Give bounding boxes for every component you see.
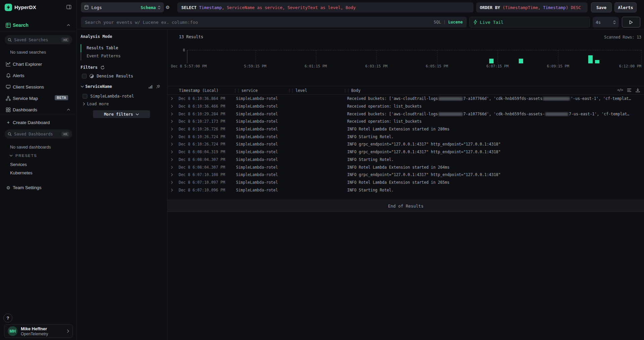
histogram-bar[interactable]	[489, 59, 494, 63]
live-tail-button[interactable]: Live Tail	[469, 17, 590, 27]
preset-item-services[interactable]: Services	[10, 162, 27, 167]
alerts-button[interactable]: Alerts	[614, 2, 637, 12]
row-expand-chevron-icon[interactable]	[171, 166, 173, 169]
select-chevrons-icon	[158, 6, 160, 9]
sidebar-item-client-sessions[interactable]: Client Sessions	[0, 82, 77, 91]
filter-group-servicename[interactable]: ServiceName	[81, 84, 112, 89]
nav-label: Dashboards	[13, 107, 37, 112]
table-row[interactable]: Dec 8 6:10:27.173 PMSimpleLambda-rotelRe…	[168, 118, 644, 125]
presets-toggle[interactable]: PRESETS	[9, 154, 37, 158]
table-row[interactable]: Dec 8 6:08:04.307 PMSimpleLambda-rotelIN…	[168, 156, 644, 164]
select-query-editor[interactable]: SELECT Timestamp, ServiceName as service…	[177, 2, 473, 12]
load-more-label: Load more	[87, 102, 109, 106]
row-expand-chevron-icon[interactable]	[171, 173, 173, 176]
column-header-service[interactable]: ⋮⋮ service	[233, 88, 258, 93]
chevron-up-icon[interactable]	[67, 109, 70, 111]
filter-group-name: ServiceName	[85, 84, 112, 89]
table-row[interactable]: Dec 8 6:07:10.108 PMSimpleLambda-rotelIN…	[168, 171, 644, 179]
sql-mode-label[interactable]: SQL	[434, 20, 441, 24]
row-body: Received buckets: ['aws-cloudtrail-logs7…	[347, 96, 631, 101]
row-expand-chevron-icon[interactable]	[171, 135, 173, 138]
help-button[interactable]: ?	[3, 314, 12, 323]
row-expand-chevron-icon[interactable]	[171, 112, 173, 116]
column-header-body[interactable]: ⋮⋮ Body	[343, 88, 361, 93]
sidebar-item-service-map[interactable]: Service Map BETA	[0, 94, 77, 103]
x-tick-label: 5:59:15 PM	[244, 64, 266, 68]
cmd-k-shortcut: ⌘K	[61, 38, 69, 42]
table-row[interactable]: Dec 8 6:07:10.097 PMSimpleLambda-rotelIN…	[168, 179, 644, 186]
saved-searches-input[interactable]: Saved Searches ⌘K	[5, 35, 72, 44]
pin-icon[interactable]	[156, 84, 160, 89]
row-timestamp: Dec 8 6:07:10.108 PM	[179, 172, 225, 177]
mode-event-patterns[interactable]: Event Patterns	[87, 54, 121, 58]
sidebar-item-dashboards[interactable]: Dashboards	[0, 105, 77, 114]
column-header-timestamp[interactable]: Timestamp (Local)	[179, 88, 219, 93]
column-label: service	[241, 88, 258, 93]
preset-item-kubernetes[interactable]: Kubernetes	[10, 170, 33, 175]
table-row[interactable]: Dec 8 6:10:36.466 PMSimpleLambda-rotelRe…	[168, 103, 644, 110]
row-expand-chevron-icon[interactable]	[171, 97, 173, 100]
row-expand-chevron-icon[interactable]	[171, 127, 173, 131]
row-timestamp: Dec 8 6:10:26.726 PM	[179, 127, 225, 131]
drag-handle-icon[interactable]: ⋮⋮	[343, 88, 350, 93]
source-settings-gear-icon[interactable]: ⚙	[166, 4, 169, 10]
sidebar-item-search[interactable]: Search	[0, 21, 77, 30]
denoise-checkbox[interactable]	[82, 74, 87, 78]
mini-chart-icon[interactable]	[148, 85, 153, 89]
table-row[interactable]: Dec 8 6:08:04.307 PMSimpleLambda-rotelIN…	[168, 163, 644, 171]
create-dashboard-button[interactable]: + Create Dashboard	[0, 118, 77, 127]
table-row[interactable]: Dec 8 6:08:04.319 PMSimpleLambda-rotelIN…	[168, 148, 644, 156]
source-select[interactable]: Logs Schema	[81, 2, 164, 12]
filter-value-row[interactable]: SimpleLambda-rotel	[83, 94, 134, 99]
refresh-interval-select[interactable]: 4s	[593, 17, 619, 27]
search-input[interactable]: Search your events w/ Lucene ex. column:…	[81, 17, 467, 27]
denoise-results-row[interactable]: Denoise Results	[82, 74, 133, 78]
histogram-bar[interactable]	[595, 60, 599, 63]
drag-handle-icon[interactable]: ⋮⋮	[233, 88, 240, 93]
row-timestamp: Dec 8 6:10:29.284 PM	[179, 112, 225, 116]
row-expand-chevron-icon[interactable]	[171, 181, 173, 184]
refresh-icon[interactable]	[100, 65, 105, 70]
sidebar-search-label: Search	[13, 22, 29, 28]
more-filters-button[interactable]: More filters	[93, 110, 150, 118]
load-more-button[interactable]: Load more	[83, 102, 109, 106]
avatar: MH	[8, 326, 17, 336]
sidebar-item-chart-explorer[interactable]: Chart Explorer	[0, 60, 77, 68]
sidebar-item-team-settings[interactable]: ⚙ Team Settings	[0, 183, 77, 192]
download-icon[interactable]	[636, 88, 640, 92]
saved-dashboards-input[interactable]: Saved Dashboards ⌘K	[5, 129, 72, 138]
drag-handle-icon[interactable]: ⋮⋮	[287, 88, 294, 93]
row-expand-chevron-icon[interactable]	[171, 143, 173, 146]
mode-results-table[interactable]: Results Table	[87, 46, 118, 50]
table-row[interactable]: Dec 8 6:10:26.724 PMSimpleLambda-rotelIN…	[168, 133, 644, 140]
orderby-editor[interactable]: ORDER BY (TimestampTime, Timestamp) DESC	[476, 2, 588, 12]
row-expand-chevron-icon[interactable]	[171, 105, 173, 108]
chevron-up-icon[interactable]	[67, 24, 70, 26]
mode-rail	[81, 52, 81, 60]
run-query-play-button[interactable]	[622, 17, 640, 27]
table-row[interactable]: Dec 8 6:10:29.284 PMSimpleLambda-rotelRe…	[168, 110, 644, 118]
user-menu[interactable]: MH Mike Heffner OpenTelemetry	[4, 324, 73, 338]
row-expand-chevron-icon[interactable]	[171, 188, 173, 192]
lucene-mode-label[interactable]: Lucene	[448, 20, 463, 24]
row-density-icon[interactable]	[627, 88, 632, 92]
table-row[interactable]: Dec 8 6:10:26.726 PMSimpleLambda-rotelIN…	[168, 125, 644, 133]
row-expand-chevron-icon[interactable]	[171, 150, 173, 154]
sidebar-collapse-icon[interactable]	[66, 4, 72, 10]
save-button[interactable]: Save	[591, 2, 612, 12]
nav-label: Client Sessions	[13, 84, 44, 90]
code-view-icon[interactable]: </>	[617, 88, 623, 92]
results-histogram[interactable]	[187, 50, 641, 63]
row-expand-chevron-icon[interactable]	[171, 158, 173, 161]
column-header-level[interactable]: ⋮⋮ level	[287, 88, 307, 93]
table-row[interactable]: Dec 8 6:10:26.724 PMSimpleLambda-rotelIN…	[168, 140, 644, 148]
active-mode-indicator	[81, 44, 81, 52]
table-row[interactable]: Dec 8 6:07:10.096 PMSimpleLambda-rotelIN…	[168, 186, 644, 194]
service-filter-checkbox[interactable]	[83, 94, 87, 99]
query-language-toggle[interactable]: SQL | Lucene	[434, 20, 463, 24]
histogram-bar[interactable]	[519, 59, 523, 63]
histogram-bar[interactable]	[588, 55, 593, 63]
sidebar-item-alerts[interactable]: Alerts	[0, 71, 77, 80]
row-expand-chevron-icon[interactable]	[171, 120, 173, 123]
table-row[interactable]: Dec 8 6:10:36.864 PMSimpleLambda-rotelRe…	[168, 95, 644, 103]
